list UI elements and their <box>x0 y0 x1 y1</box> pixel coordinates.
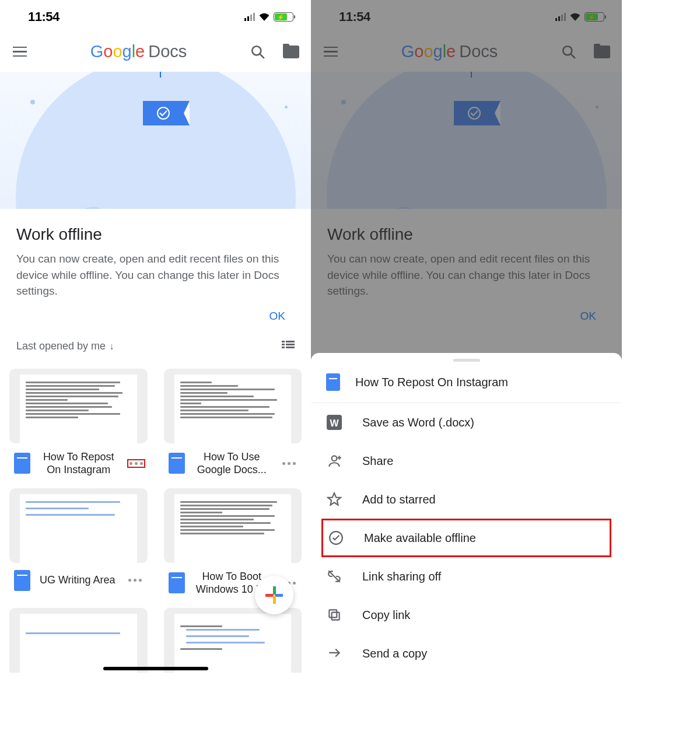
sheet-item-share[interactable]: Share <box>311 442 622 480</box>
svg-rect-9 <box>332 613 340 620</box>
svg-point-0 <box>252 46 261 55</box>
sheet-item-star[interactable]: Add to starred <box>311 480 622 519</box>
svg-rect-10 <box>329 610 337 617</box>
home-indicator[interactable] <box>103 667 208 670</box>
sheet-item-label: Save as Word (.docx) <box>362 416 474 429</box>
phone-screen-right: 11:54 ⚡ Google Docs Work offline You can… <box>311 0 622 673</box>
doc-more-icon[interactable] <box>127 459 145 468</box>
doc-title: How To Use Google Docs... <box>191 450 274 477</box>
doc-item[interactable] <box>164 608 302 673</box>
sheet-item-label: Copy link <box>362 608 410 622</box>
copy-icon <box>326 607 342 622</box>
status-time: 11:54 <box>28 9 60 25</box>
hero-illustration <box>0 72 311 209</box>
sheet-item-label: Make available offline <box>364 531 476 545</box>
sheet-item-send-copy[interactable]: Send a copy <box>311 634 622 673</box>
sheet-item-label: Share <box>362 454 393 468</box>
notice-body: You can now create, open and edit recent… <box>16 251 295 299</box>
doc-title: UG Writing Area <box>36 573 119 587</box>
doc-thumbnail <box>9 608 148 673</box>
sheet-item-label: Add to starred <box>362 493 436 506</box>
status-icons: ⚡ <box>244 12 293 22</box>
doc-title: How To Repost On Instagram <box>36 450 121 477</box>
list-view-icon[interactable] <box>282 341 295 351</box>
doc-more-icon[interactable] <box>125 575 145 585</box>
bottom-sheet: How To Repost On Instagram Save as Word … <box>311 353 622 673</box>
send-icon <box>326 646 342 661</box>
doc-thumbnail <box>9 488 148 563</box>
sheet-header: How To Repost On Instagram <box>311 365 622 403</box>
doc-thumbnail <box>164 608 302 673</box>
doc-item[interactable] <box>9 608 148 673</box>
sort-button[interactable]: Last opened by me ↓ <box>16 340 114 352</box>
doc-item[interactable]: UG Writing Area <box>9 488 148 599</box>
docs-grid: How To Repost On Instagram How To Use Go… <box>0 358 311 673</box>
sheet-title: How To Repost On Instagram <box>355 376 508 389</box>
app-logo: Google Docs <box>90 42 187 61</box>
notice-ok-button[interactable]: OK <box>270 310 285 323</box>
sheet-item-copy-link[interactable]: Copy link <box>311 596 622 634</box>
docs-file-icon <box>169 572 185 593</box>
sheet-item-save-word[interactable]: Save as Word (.docx) <box>311 403 622 442</box>
link-off-icon <box>326 569 342 584</box>
sheet-item-label: Link sharing off <box>362 570 441 583</box>
fab-new-button[interactable] <box>255 576 293 614</box>
doc-item[interactable]: How To Repost On Instagram <box>9 369 148 479</box>
status-bar: 11:54 ⚡ <box>0 0 311 32</box>
offline-check-icon <box>328 530 344 545</box>
chevron-down-icon: ↓ <box>107 341 114 351</box>
doc-item[interactable]: How To Use Google Docs... <box>164 369 302 479</box>
word-icon <box>327 415 342 430</box>
plus-icon <box>265 586 283 604</box>
folder-icon[interactable] <box>283 46 299 58</box>
docs-file-icon <box>169 453 185 474</box>
doc-thumbnail <box>164 488 302 563</box>
phone-screen-left: 11:54 ⚡ Google Docs Work offline You can… <box>0 0 311 673</box>
sheet-item-link-off[interactable]: Link sharing off <box>311 557 622 596</box>
battery-icon: ⚡ <box>274 12 293 22</box>
wifi-icon <box>258 12 270 22</box>
notice-title: Work offline <box>16 225 295 244</box>
search-icon[interactable] <box>250 44 265 60</box>
doc-thumbnail <box>9 369 148 443</box>
svg-point-4 <box>332 456 337 461</box>
sheet-item-label: Send a copy <box>362 647 427 660</box>
offline-notice: Work offline You can now create, open an… <box>0 209 311 305</box>
sheet-item-offline[interactable]: Make available offline <box>321 519 611 557</box>
doc-thumbnail <box>164 369 302 443</box>
app-header: Google Docs <box>0 32 311 72</box>
docs-file-icon <box>14 570 30 591</box>
docs-file-icon <box>14 453 30 474</box>
docs-file-icon <box>326 373 340 391</box>
sort-row: Last opened by me ↓ <box>0 325 311 358</box>
sheet-handle[interactable] <box>453 359 480 362</box>
person-add-icon <box>326 453 342 468</box>
svg-line-1 <box>260 54 264 58</box>
star-icon <box>326 492 342 507</box>
signal-icon <box>244 13 255 21</box>
doc-more-icon[interactable] <box>279 459 299 468</box>
hamburger-icon[interactable] <box>13 47 27 57</box>
